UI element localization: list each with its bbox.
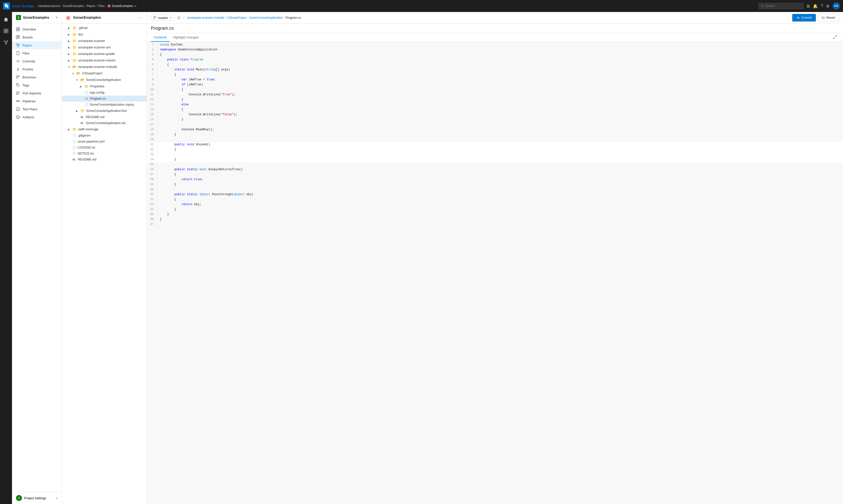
- sidebar-item-pipelines[interactable]: Pipelines: [12, 97, 62, 105]
- sidebar-item-files[interactable]: Files: [12, 49, 62, 57]
- tree-item-swift-coverage[interactable]: ▶ 📁 swift-coverage: [62, 126, 147, 132]
- tree-item-github[interactable]: ▶ 📁 .github: [62, 25, 147, 31]
- table-row: 13 else: [147, 102, 843, 107]
- table-row: 8 var iAmTrue = true;: [147, 77, 843, 82]
- breadcrumb-project[interactable]: SonarExamples: [63, 4, 84, 8]
- brand-name[interactable]: Azure DevOps: [12, 4, 34, 8]
- breadcrumb-org[interactable]: claudiasonarova: [38, 4, 60, 8]
- table-row: 23 —: [147, 152, 843, 157]
- chevron-down-icon: ▼: [72, 72, 75, 75]
- sidebar-item-branches[interactable]: Branches: [12, 73, 62, 81]
- breadcrumb-console[interactable]: SomeConsoleApplication: [249, 16, 283, 19]
- svg-line-57: [835, 36, 837, 37]
- sidebar-icon-home[interactable]: [0, 14, 12, 25]
- sidebar-icon-overview[interactable]: [0, 25, 12, 36]
- table-row: 32 {: [147, 197, 843, 202]
- tree-item-app-config[interactable]: ▶ 📄 App.config: [62, 90, 147, 96]
- svg-point-34: [17, 92, 17, 93]
- tree-item-readme-csharp[interactable]: ▶ M↓ README.md: [62, 114, 147, 120]
- search-input[interactable]: [766, 4, 802, 8]
- svg-point-36: [18, 92, 19, 93]
- sidebar-item-test-plans[interactable]: Test Plans: [12, 105, 62, 113]
- table-row: 19 }: [147, 132, 843, 137]
- tree-item-sln[interactable]: ▶ M↓ SomeConsoleApplication.sln: [62, 120, 147, 126]
- svg-rect-14: [18, 28, 20, 29]
- file-panel-title: SonarExamples: [66, 15, 101, 20]
- file-icon: 📄: [84, 103, 88, 106]
- azure-devops-logo: [3, 2, 10, 10]
- svg-point-21: [18, 44, 19, 45]
- file-panel-menu-button[interactable]: ⋯: [138, 15, 143, 20]
- project-settings-link[interactable]: G Project settings «: [12, 492, 62, 504]
- file-icon: 📄: [72, 152, 76, 155]
- tree-item-some-console-application[interactable]: ▼ 📂 SomeConsoleApplication: [62, 77, 147, 83]
- breadcrumb-files[interactable]: Files: [98, 4, 104, 8]
- file-icon: 📄: [72, 140, 76, 143]
- table-row: 33 return obj;: [147, 202, 843, 207]
- svg-rect-6: [4, 31, 6, 33]
- revert-button[interactable]: Revert: [818, 14, 839, 21]
- settings-icon[interactable]: ⚙: [826, 4, 829, 8]
- breadcrumb-msbuild[interactable]: sonarqube-scanner-msbuild: [187, 16, 224, 19]
- expand-icon: [833, 35, 837, 39]
- tab-highlight-changes[interactable]: Highlight changes: [170, 33, 201, 42]
- svg-line-46: [18, 116, 20, 117]
- sidebar-icon-repos[interactable]: [0, 37, 12, 48]
- folder-icon: 📁: [84, 84, 89, 88]
- breadcrumb-repos[interactable]: Repos: [87, 4, 95, 8]
- chevron-down-icon: [134, 4, 137, 7]
- collapse-button[interactable]: «: [56, 496, 58, 500]
- svg-point-25: [17, 60, 19, 62]
- user-avatar[interactable]: CS: [832, 2, 840, 10]
- grid-icon[interactable]: ⊞: [807, 4, 810, 8]
- bell-icon[interactable]: 🔔: [813, 4, 818, 8]
- sidebar-item-repos[interactable]: Repos: [12, 41, 62, 49]
- tree-item-doc[interactable]: ▶ 📁 doc: [62, 31, 147, 38]
- table-row: 21 public void Unused(): [147, 142, 843, 147]
- tree-item-sonarqube-scanner-maven[interactable]: ▶ 📁 sonarqube-scanner-maven: [62, 57, 147, 64]
- tree-item-csharpproject[interactable]: ▼ 📂 CSharpProject: [62, 70, 147, 77]
- nav-project-title: S SonarExamples: [16, 15, 49, 20]
- branch-selector[interactable]: master: [151, 15, 174, 21]
- tree-item-azure-pipelines[interactable]: ▶ 📄 azure-pipelines.yml: [62, 139, 147, 145]
- tree-item-notice[interactable]: ▶ 📄 NOTICE.txt: [62, 150, 147, 157]
- sidebar-item-commits[interactable]: Commits: [12, 57, 62, 65]
- sidebar-item-tags[interactable]: Tags: [12, 81, 62, 89]
- breadcrumb-file[interactable]: SonarExamples: [112, 4, 133, 8]
- chevron-right-icon: ▶: [68, 40, 71, 42]
- expand-button[interactable]: [831, 33, 839, 42]
- sidebar-item-overview[interactable]: Overview: [12, 25, 62, 33]
- tree-item-sonarqube-scanner[interactable]: ▶ 📁 sonarqube-scanner: [62, 38, 147, 44]
- tab-contents[interactable]: Contents: [151, 33, 170, 42]
- svg-point-47: [66, 16, 70, 20]
- sidebar-item-boards[interactable]: Boards: [12, 33, 62, 41]
- table-row: 30: [147, 187, 843, 192]
- help-icon[interactable]: ?: [821, 4, 823, 8]
- nav-add-button[interactable]: +: [55, 15, 58, 20]
- table-row: 1 using System;: [147, 42, 843, 47]
- commit-icon: [796, 16, 800, 19]
- tree-item-properties[interactable]: ▶ 📁 Properties: [62, 83, 147, 90]
- tree-item-csproj[interactable]: ▶ 📄 SomeConsoleApplication.csproj: [62, 102, 147, 108]
- tree-item-sonarqube-scanner-msbuild[interactable]: ▼ 📂 sonarqube-scanner-msbuild: [62, 64, 147, 70]
- tree-item-sonarqube-scanner-gradle[interactable]: ▶ 📁 sonarqube-scanner-gradle: [62, 51, 147, 57]
- svg-point-49: [154, 18, 155, 19]
- tree-item-some-console-application-test[interactable]: ▶ 📁 SomeConsoleApplicationTest: [62, 108, 147, 114]
- sidebar-item-pull-requests[interactable]: Pull requests: [12, 89, 62, 97]
- tree-item-sonarqube-scanner-ant[interactable]: ▶ 📁 sonarqube-scanner-ant: [62, 44, 147, 51]
- table-row: 28 return true;: [147, 177, 843, 182]
- tree-item-program-cs[interactable]: ▶ c# Program.cs: [62, 96, 147, 102]
- folder-open-icon: 📂: [80, 78, 85, 82]
- search-box[interactable]: [759, 3, 804, 9]
- tree-item-license[interactable]: ▶ 📄 LICENSE.txt: [62, 145, 147, 150]
- tree-item-gitignore[interactable]: ▶ 📄 .gitignore: [62, 132, 147, 139]
- svg-rect-5: [6, 29, 8, 31]
- tree-item-readme-root[interactable]: ▶ M↓ README.md: [62, 157, 147, 162]
- copy-icon[interactable]: [177, 16, 180, 19]
- code-body[interactable]: 1 using System; 2 namespace SomeConsoleA…: [147, 42, 843, 504]
- commit-button[interactable]: Commit: [792, 14, 815, 21]
- svg-line-12: [6, 42, 7, 43]
- sidebar-item-artifacts[interactable]: Artifacts: [12, 113, 62, 121]
- breadcrumb-csharp[interactable]: CSharpProject: [227, 16, 247, 19]
- sidebar-item-pushes[interactable]: Pushes: [12, 65, 62, 73]
